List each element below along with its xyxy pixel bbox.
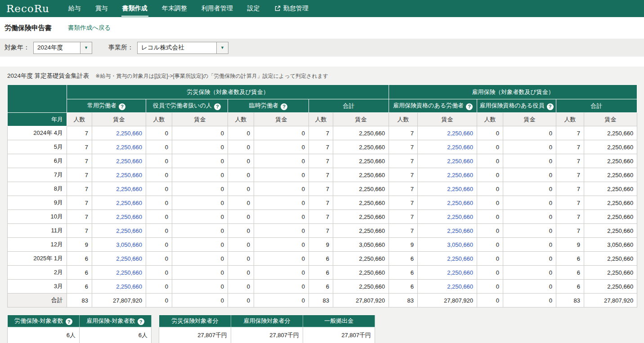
wage-amount-link[interactable]: 2,250,660 [92, 154, 146, 168]
nav-item-user-management[interactable]: 利用者管理 [201, 0, 234, 17]
wage-amount-link[interactable]: 2,250,660 [418, 196, 477, 210]
wage-cell: 7 [309, 168, 333, 182]
chevron-down-icon[interactable]: ▼ [216, 42, 228, 54]
koyou-amount-value: 27,807千円 [231, 327, 303, 343]
wage-cell: 2,250,660 [584, 126, 637, 140]
wage-cell: 0 [146, 224, 172, 238]
help-icon[interactable]: ? [119, 103, 125, 110]
app-logo[interactable]: RecoRu [6, 3, 49, 14]
wage-amount-link[interactable]: 2,250,660 [92, 126, 146, 140]
wage-header: 賃金 [172, 113, 228, 126]
office-label: 事業所： [108, 44, 134, 52]
wage-cell: 83 [309, 294, 333, 307]
category-header-row: 常用労働者? 役員で労働者扱いの人? 臨時労働者? 合計 雇用保険資格のある労働… [8, 99, 637, 113]
wage-cell: 0 [228, 140, 254, 154]
row-month-label: 2月 [8, 266, 67, 280]
wage-amount-link[interactable]: 2,250,660 [418, 154, 477, 168]
col-group-label: 合計 [591, 102, 603, 109]
wage-cell: 7 [556, 210, 584, 224]
wage-row: 5月72,250,660000072,250,66072,250,6600072… [8, 140, 637, 154]
labour-insurance-count-header: 労働保険-対象者数? [8, 315, 80, 327]
wage-amount-link[interactable]: 2,250,660 [92, 266, 146, 280]
nav-item-salary[interactable]: 給与 [67, 0, 82, 17]
wage-cell: 7 [389, 210, 418, 224]
wage-header: 賃金 [503, 113, 556, 126]
help-icon[interactable]: ? [466, 103, 473, 110]
wage-cell: 0 [146, 210, 172, 224]
wage-amount-link[interactable]: 2,250,660 [418, 280, 477, 294]
wage-amount-link[interactable]: 2,250,660 [418, 252, 477, 266]
wage-cell: 0 [477, 140, 503, 154]
wage-cell: 0 [228, 168, 254, 182]
wage-cell: 0 [503, 280, 556, 294]
wage-amount-link[interactable]: 2,250,660 [92, 224, 146, 238]
row-month-label: 12月 [8, 238, 67, 252]
wage-amount-link[interactable]: 2,250,660 [92, 140, 146, 154]
wage-amount-link[interactable]: 2,250,660 [418, 140, 477, 154]
wage-cell: 0 [254, 224, 309, 238]
row-month-label: 2025年 1月 [8, 252, 67, 266]
count-header: 人数 [389, 113, 418, 126]
wage-cell: 6 [67, 280, 92, 294]
wage-cell: 7 [309, 224, 333, 238]
corner-cell [8, 85, 67, 113]
wage-amount-link[interactable]: 2,250,660 [418, 182, 477, 196]
spacer [0, 57, 644, 67]
wage-amount-link[interactable]: 3,050,660 [92, 238, 146, 252]
wage-amount-link[interactable]: 2,250,660 [92, 196, 146, 210]
nav-item-documents[interactable]: 書類作成 [121, 0, 148, 17]
col-group-label: 雇用保険資格のある役員 [480, 102, 545, 109]
help-icon[interactable]: ? [66, 318, 72, 325]
wage-cell: 27,807,920 [92, 294, 146, 307]
wage-row: 2月62,250,660000062,250,66062,250,6600062… [8, 266, 637, 280]
wage-cell: 2,250,660 [584, 140, 637, 154]
wage-amount-link[interactable]: 2,250,660 [92, 210, 146, 224]
back-to-documents-link[interactable]: 書類作成へ戻る [68, 24, 111, 32]
wage-cell: 0 [254, 140, 309, 154]
wage-cell: 0 [254, 182, 309, 196]
office-select-value: レコル株式会社 [137, 42, 216, 54]
wage-amount-link[interactable]: 3,050,660 [418, 238, 477, 252]
help-icon[interactable]: ? [214, 103, 221, 110]
wage-amount-link[interactable]: 2,250,660 [418, 168, 477, 182]
chevron-down-icon[interactable]: ▼ [80, 42, 92, 54]
wage-amount-link[interactable]: 2,250,660 [92, 252, 146, 266]
wage-cell: 0 [477, 224, 503, 238]
employment-insurance-count-header: 雇用保険-対象者数? [80, 315, 152, 327]
wage-cell: 7 [309, 140, 333, 154]
nav-item-year-end[interactable]: 年末調整 [161, 0, 188, 17]
wage-amount-link[interactable]: 2,250,660 [418, 266, 477, 280]
group-header-row: 労災保険（対象者数及び賃金） 雇用保険（対象者数及び賃金） [8, 85, 637, 99]
wage-cell: 2,250,660 [584, 182, 637, 196]
col-group-label: 臨時労働者 [249, 102, 278, 109]
nav-item-settings[interactable]: 設定 [246, 0, 261, 17]
wage-cell: 0 [172, 252, 228, 266]
year-select[interactable]: 2024年度 ▼ [33, 42, 92, 54]
nav-menu: 給与 賞与 書類作成 年末調整 利用者管理 設定 [67, 0, 261, 17]
office-select[interactable]: レコル株式会社 ▼ [137, 42, 228, 54]
wage-amount-link[interactable]: 2,250,660 [418, 224, 477, 238]
wage-cell: 0 [228, 182, 254, 196]
wage-amount-link[interactable]: 2,250,660 [418, 126, 477, 140]
wage-cell: 2,250,660 [584, 266, 637, 280]
wage-row: 2025年 1月62,250,660000062,250,66062,250,6… [8, 252, 637, 266]
wage-cell: 2,250,660 [333, 210, 389, 224]
year-select-value: 2024年度 [33, 42, 80, 54]
help-icon[interactable]: ? [138, 318, 144, 325]
wage-amount-link[interactable]: 2,250,660 [92, 168, 146, 182]
wage-cell: 0 [172, 196, 228, 210]
help-icon[interactable]: ? [281, 103, 287, 110]
wage-cell: 7 [556, 182, 584, 196]
wage-table-title: 2024年度 算定基礎賃金集計表 [7, 72, 89, 80]
wage-cell: 2,250,660 [584, 196, 637, 210]
wage-amount-link[interactable]: 2,250,660 [92, 182, 146, 196]
help-icon[interactable]: ? [547, 103, 554, 110]
wage-cell: 0 [477, 238, 503, 252]
row-month-label: 8月 [8, 182, 67, 196]
wage-amount-link[interactable]: 2,250,660 [418, 210, 477, 224]
nav-item-bonus[interactable]: 賞与 [94, 0, 109, 17]
wage-amount-link[interactable]: 2,250,660 [92, 280, 146, 294]
worker-count-value-row: 6人 6人 [8, 327, 152, 343]
nav-item-attendance[interactable]: 勤怠管理 [274, 4, 309, 13]
employment-insurance-count-value: 6人 [80, 327, 152, 343]
